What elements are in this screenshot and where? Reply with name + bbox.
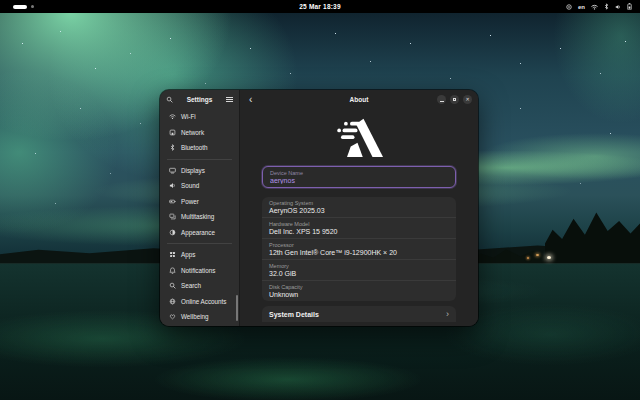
info-row-label: Memory (269, 263, 449, 269)
sidebar-item-wifi[interactable]: Wi-Fi (162, 109, 237, 125)
sidebar-item-displays[interactable]: Displays (162, 163, 237, 179)
heart-icon (169, 313, 176, 320)
sidebar-item-wellbeing[interactable]: Wellbeing (162, 309, 237, 325)
sidebar-item-sound[interactable]: Sound (162, 178, 237, 194)
info-row-label: Hardware Model (269, 221, 449, 227)
sidebar-item-label: Online Accounts (181, 298, 227, 305)
sidebar-item-label: Bluetooth (181, 144, 208, 151)
sidebar-item-label: Wellbeing (181, 313, 209, 320)
system-details-row[interactable]: System Details › (262, 306, 456, 322)
globe-icon (169, 298, 176, 305)
status-area[interactable]: en (566, 0, 632, 13)
aerynos-logo (335, 118, 383, 157)
sidebar-item-appearance[interactable]: Appearance (162, 225, 237, 241)
settings-window: Settings Wi-Fi Network (160, 90, 478, 326)
device-name-field[interactable]: Device Name (262, 166, 456, 188)
chevron-right-icon: › (446, 311, 449, 318)
close-icon: ✕ (465, 97, 469, 102)
maximize-button[interactable] (450, 95, 459, 104)
sidebar-item-label: Multitasking (181, 213, 214, 220)
sidebar-item-apps[interactable]: Apps (162, 247, 237, 263)
info-row-label: Disk Capacity (269, 284, 449, 290)
info-row-hardware-model: Hardware Model Dell Inc. XPS 15 9520 (262, 217, 456, 238)
wifi-icon (591, 4, 598, 10)
settings-sidebar: Settings Wi-Fi Network (160, 90, 240, 326)
sidebar-item-notifications[interactable]: Notifications (162, 263, 237, 279)
maximize-icon (453, 98, 457, 102)
sidebar-item-bluetooth[interactable]: Bluetooth (162, 140, 237, 156)
info-row-memory: Memory 32.0 GiB (262, 259, 456, 280)
displays-icon (169, 167, 176, 174)
sidebar-item-power[interactable]: Power (162, 194, 237, 210)
info-row-label: Processor (269, 242, 449, 248)
info-row-value: 12th Gen Intel® Core™ i9-12900HK × 20 (269, 249, 449, 256)
sidebar-item-network[interactable]: Network (162, 125, 237, 141)
sidebar-item-label: Wi-Fi (181, 113, 196, 120)
device-name-label: Device Name (270, 170, 448, 176)
speaker-icon (169, 182, 176, 189)
info-row-value: 32.0 GiB (269, 270, 449, 277)
appearance-icon (169, 229, 176, 236)
window-headerbar: ‹ About ✕ (240, 90, 478, 109)
workspace-indicator[interactable] (13, 0, 34, 13)
battery-icon (169, 198, 176, 205)
grid-icon (169, 251, 176, 258)
sidebar-item-online-accounts[interactable]: Online Accounts (162, 294, 237, 310)
info-row-label: Operating System (269, 200, 449, 206)
sidebar-item-multitasking[interactable]: Multitasking (162, 209, 237, 225)
sidebar-item-search[interactable]: Search (162, 278, 237, 294)
sidebar-item-label: Search (181, 282, 201, 289)
bluetooth-icon (169, 144, 176, 151)
shore-light (547, 256, 551, 259)
search-icon[interactable] (166, 96, 173, 103)
sidebar-item-label: Apps (181, 251, 195, 258)
window-controls: ✕ (437, 95, 472, 104)
wifi-icon (169, 113, 176, 120)
os-logo-wrap (262, 111, 456, 166)
sidebar-scrollbar[interactable] (236, 295, 238, 321)
bluetooth-icon (604, 3, 609, 10)
minimize-icon (440, 101, 444, 102)
shore-light (536, 254, 539, 256)
sidebar-item-label: Displays (181, 167, 205, 174)
sidebar-title: Settings (177, 96, 222, 103)
minimize-button[interactable] (437, 95, 446, 104)
clock[interactable]: 25 Mar 18:39 (299, 3, 340, 10)
info-row-operating-system: Operating System AerynOS 2025.03 (262, 197, 456, 217)
workspace-dot (31, 5, 34, 8)
sidebar-separator (167, 159, 232, 160)
windows-icon (169, 213, 176, 220)
system-info-card: Operating System AerynOS 2025.03 Hardwar… (262, 197, 456, 301)
sidebar-item-label: Network (181, 129, 204, 136)
info-row-processor: Processor 12th Gen Intel® Core™ i9-12900… (262, 238, 456, 259)
screencast-icon (566, 4, 572, 10)
device-name-input[interactable] (270, 177, 448, 184)
treeline-silhouette (545, 205, 640, 267)
info-row-value: Dell Inc. XPS 15 9520 (269, 228, 449, 235)
main-menu-icon[interactable] (226, 97, 233, 102)
keyboard-layout-indicator: en (578, 4, 585, 10)
sidebar-item-label: Power (181, 198, 199, 205)
sidebar-item-label: Notifications (181, 267, 215, 274)
top-bar: 25 Mar 18:39 en (0, 0, 640, 13)
desktop: 25 Mar 18:39 en (0, 0, 640, 400)
back-button[interactable]: ‹ (246, 95, 255, 105)
info-row-disk-capacity: Disk Capacity Unknown (262, 280, 456, 301)
system-details-label: System Details (269, 311, 319, 318)
bell-icon (169, 267, 176, 274)
search-icon (169, 282, 176, 289)
about-page: ‹ About ✕ (240, 90, 478, 326)
sidebar-header: Settings (160, 90, 239, 109)
info-row-value: AerynOS 2025.03 (269, 207, 449, 214)
close-button[interactable]: ✕ (463, 95, 472, 104)
battery-icon (627, 3, 632, 10)
workspace-active-pill (13, 5, 27, 9)
info-row-value: Unknown (269, 291, 449, 298)
sidebar-item-label: Appearance (181, 229, 215, 236)
network-icon (169, 129, 176, 136)
sidebar-separator (167, 243, 232, 244)
sidebar-item-label: Sound (181, 182, 199, 189)
about-content: Device Name Operating System AerynOS 202… (240, 109, 478, 326)
stars (0, 13, 1, 14)
volume-icon (615, 4, 621, 10)
